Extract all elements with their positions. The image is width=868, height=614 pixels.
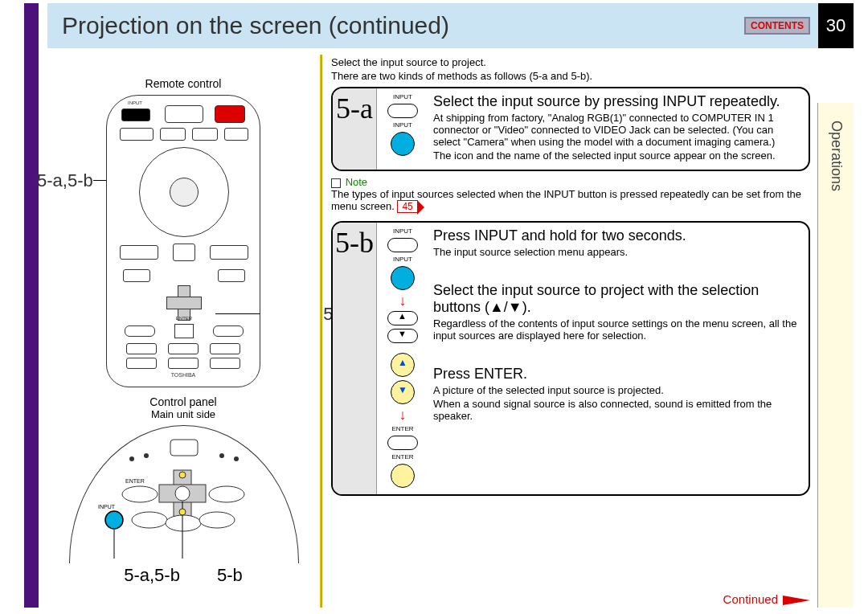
down-pill-icon [387,329,418,343]
contents-button[interactable]: CONTENTS [744,17,810,35]
step-5a-body2: The icon and the name of the selected in… [433,149,800,162]
step-5b-title2: Select the input source to project with … [433,282,800,316]
input-label: INPUT [393,121,412,129]
up-pill-icon [387,311,418,325]
step-5a-body1: At shipping from factory, "Analog RGB(1)… [433,112,800,148]
page-header: Projection on the screen (continued) CON… [47,3,854,48]
svg-point-18 [179,509,186,515]
svg-point-9 [209,486,244,502]
svg-point-7 [175,486,190,501]
step-5b-icons: INPUT INPUT ↓ ↓ ENTER ENTER [377,223,428,494]
input-label: INPUT [393,256,412,263]
input-round-icon [391,266,415,290]
svg-point-8 [122,486,158,502]
left-column: Remote control 5-a,5-b INPUT [55,77,312,586]
right-column: Select the input source to project. Ther… [331,55,810,496]
svg-point-3 [219,453,224,458]
step-5a-title: Select the input source by pressing INPU… [433,93,800,110]
svg-rect-0 [170,440,198,456]
page-title: Projection on the screen (continued) [62,12,744,39]
svg-point-11 [166,515,201,531]
callout-5a5b-panel: 5-a,5-b [124,565,180,586]
control-panel-figure: ENTER INPUT [69,425,297,562]
svg-point-4 [234,456,239,461]
svg-point-17 [179,472,186,478]
intro-line-1: Select the input source to project. [331,56,810,68]
section-side-label: Operations [828,121,845,191]
up-round-icon [391,353,415,377]
control-panel-sublabel: Main unit side [55,408,312,420]
svg-point-1 [129,456,134,461]
svg-text:INPUT: INPUT [98,504,116,510]
enter-label: ENTER [391,453,413,460]
svg-point-2 [144,453,149,458]
step-5b-sub3b: When a sound signal source is also conne… [433,398,800,422]
svg-point-12 [199,512,235,528]
down-round-icon [391,380,415,404]
step-5b-sub2: Regardless of the contents of input sour… [433,317,800,342]
enter-label: ENTER [391,425,413,432]
step-5b-title3: Press ENTER. [433,366,800,383]
svg-point-10 [132,512,167,528]
section-side-tab: Operations [817,103,854,608]
cp-enter-label: ENTER [125,478,145,484]
leader-line [215,313,260,314]
enter-round-icon [391,464,415,488]
note-label: Note [346,176,367,188]
input-pill-icon [387,104,418,118]
step-5b-title1: Press INPUT and hold for two seconds. [433,227,800,244]
input-pill-icon [387,238,418,252]
step-5a-number: 5-a [333,88,377,170]
continued-label: Continued [723,592,810,606]
side-purple-bar [24,3,39,608]
input-round-icon [391,132,415,156]
step-5b-sub1: The input source selection menu appears. [433,246,800,258]
callout-5a5b-remote: 5-a,5-b [37,170,93,191]
input-label: INPUT [393,93,412,100]
note-marker-icon [331,178,341,188]
remote-control-figure: INPUT ENTER [106,95,260,387]
down-arrow-icon: ↓ [399,407,407,422]
page-number: 30 [818,3,854,48]
control-panel-callouts: 5-a,5-b 5-b [55,565,312,586]
column-divider [320,55,322,608]
control-panel-label: Control panel [55,395,312,408]
svg-point-13 [105,511,123,529]
step-5a-icons: INPUT INPUT [377,88,428,170]
step-5b-box: 5-b INPUT INPUT ↓ ↓ ENTER ENTER Press IN… [331,221,810,496]
continued-arrow-icon [783,596,810,605]
input-label: INPUT [393,227,412,235]
step-5a-box: 5-a INPUT INPUT Select the input source … [331,87,810,171]
enter-pill-icon [387,436,418,450]
down-arrow-icon: ↓ [399,293,407,308]
step-5b-number: 5-b [333,223,377,494]
note-text: The types of input sources selected when… [331,188,810,213]
step-5b-sub3a: A picture of the selected input source i… [433,384,800,396]
remote-control-label: Remote control [55,77,312,90]
xref-45-link[interactable]: 45 [397,200,417,213]
callout-5b-panel: 5-b [217,565,243,586]
intro-line-2: There are two kinds of methods as follow… [331,70,810,82]
note-row: Note [331,176,810,188]
